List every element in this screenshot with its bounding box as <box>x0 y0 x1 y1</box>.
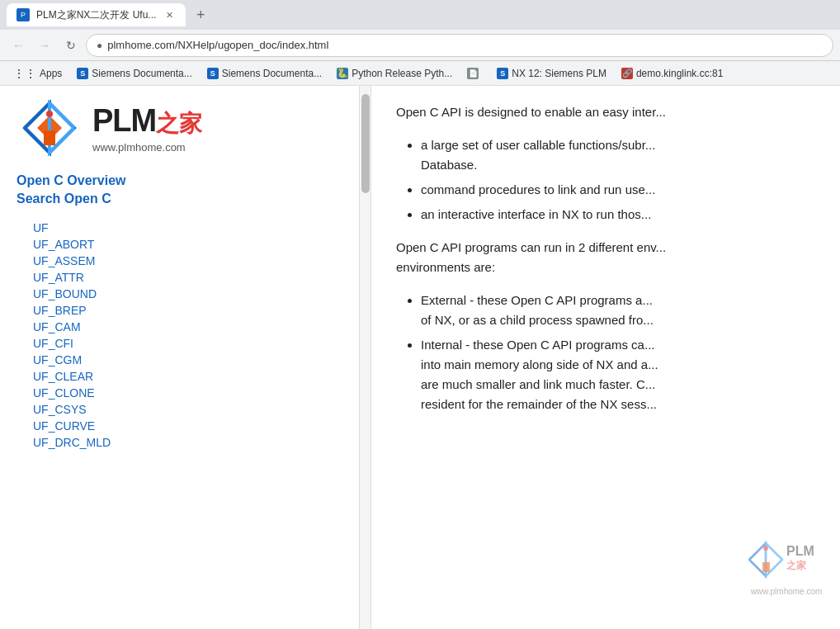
left-scrollbar[interactable] <box>359 86 370 629</box>
scroll-thumb[interactable] <box>361 94 370 193</box>
logo-plm-text: PLM <box>92 103 156 139</box>
right-content: Open C API is designed to enable an easy… <box>396 102 815 414</box>
bookmark-doc-favicon: 📄 <box>467 68 479 79</box>
browser-tab[interactable]: P PLM之家NX二次开发 Ufu... ✕ <box>7 3 186 26</box>
logo-text-area: PLM 之家 www.plmhome.com <box>92 103 202 154</box>
bullet-list-1: a large set of user callable functions/s… <box>421 135 815 225</box>
left-panel: PLM 之家 www.plmhome.com Open C Overview S… <box>0 86 371 629</box>
logo-main-text: PLM 之家 <box>92 103 202 140</box>
bullet-1-1: a large set of user callable functions/s… <box>421 135 815 175</box>
nav-search-open-c[interactable]: Search Open C <box>17 192 343 206</box>
bookmark-siemens-1-label: Siemens Documenta... <box>92 68 191 79</box>
url-input[interactable] <box>107 39 823 51</box>
bookmark-kinglink[interactable]: 🔗 demo.kinglink.cc:81 <box>615 66 729 81</box>
api-item-uf-attr[interactable]: UF_ATTR <box>17 269 343 286</box>
content-area: PLM 之家 www.plmhome.com Open C Overview S… <box>0 86 840 629</box>
logo-url-text: www.plmhome.com <box>92 141 202 154</box>
title-bar: P PLM之家NX二次开发 Ufu... ✕ + <box>0 0 840 30</box>
back-button[interactable]: ← <box>7 34 30 57</box>
api-item-uf-clone[interactable]: UF_CLONE <box>17 385 343 401</box>
logo-area: PLM 之家 www.plmhome.com <box>17 99 343 157</box>
watermark: PLM 之家 www.plmhome.com <box>741 537 832 596</box>
intro-paragraph: Open C API is designed to enable an easy… <box>396 102 815 122</box>
bullet-1-2: command procedures to link and run use..… <box>421 180 815 200</box>
svg-text:PLM: PLM <box>786 544 814 558</box>
svg-text:之家: 之家 <box>786 560 807 571</box>
bookmark-siemens-1-favicon: S <box>77 68 88 79</box>
api-item-uf-csys[interactable]: UF_CSYS <box>17 401 343 418</box>
api-list: UF UF_ABORT UF_ASSEM UF_ATTR UF_BOUND UF… <box>17 220 343 451</box>
bookmark-python-favicon: 🐍 <box>337 68 348 79</box>
api-item-uf-curve[interactable]: UF_CURVE <box>17 418 343 434</box>
api-item-uf-clear[interactable]: UF_CLEAR <box>17 368 343 385</box>
bookmark-siemens-2[interactable]: S Siemens Documenta... <box>201 66 328 81</box>
bookmark-nx12[interactable]: S NX 12: Siemens PLM <box>490 66 613 81</box>
forward-button[interactable]: → <box>33 34 56 57</box>
reload-button[interactable]: ↻ <box>59 34 83 57</box>
bookmark-kinglink-label: demo.kinglink.cc:81 <box>636 68 723 79</box>
bookmark-siemens-1[interactable]: S Siemens Documenta... <box>70 66 198 81</box>
right-panel: Open C API is designed to enable an easy… <box>371 86 840 629</box>
nav-links: Open C Overview Search Open C <box>17 173 343 206</box>
api-item-uf-cfi[interactable]: UF_CFI <box>17 335 343 352</box>
nav-bar: ← → ↻ ● <box>0 30 840 61</box>
bookmark-siemens-2-label: Siemens Documenta... <box>222 68 322 79</box>
bookmarks-bar: ⋮⋮ Apps S Siemens Documenta... S Siemens… <box>0 61 840 86</box>
bullet-1-3: an interactive interface in NX to run th… <box>421 205 815 225</box>
bookmark-python-label: Python Release Pyth... <box>352 68 452 79</box>
security-icon: ● <box>97 40 102 51</box>
bookmark-nx12-favicon: S <box>497 68 508 79</box>
svg-marker-4 <box>749 543 782 576</box>
api-item-uf[interactable]: UF <box>17 220 343 236</box>
api-item-uf-abort[interactable]: UF_ABORT <box>17 236 343 253</box>
api-item-uf-cgm[interactable]: UF_CGM <box>17 352 343 368</box>
svg-point-6 <box>763 546 768 551</box>
nav-open-c-overview[interactable]: Open C Overview <box>17 173 343 188</box>
left-content: PLM 之家 www.plmhome.com Open C Overview S… <box>0 86 360 464</box>
tab-favicon: P <box>17 8 30 21</box>
bookmark-nx12-label: NX 12: Siemens PLM <box>512 68 606 79</box>
tab-title: PLM之家NX二次开发 Ufu... <box>36 8 156 22</box>
api-item-uf-drc-mld[interactable]: UF_DRC_MLD <box>17 434 343 451</box>
bookmark-siemens-2-favicon: S <box>207 68 219 79</box>
watermark-url: www.plmhome.com <box>741 587 832 596</box>
address-bar[interactable]: ● <box>86 34 833 57</box>
logo-zhijia-text: 之家 <box>156 108 202 140</box>
bullet-list-2: External - these Open C API programs a..… <box>421 291 815 414</box>
bookmark-kinglink-favicon: 🔗 <box>621 68 633 79</box>
bookmark-apps-label: Apps <box>40 68 62 79</box>
bookmark-apps[interactable]: ⋮⋮ Apps <box>7 65 68 82</box>
tab-close-button[interactable]: ✕ <box>163 8 176 21</box>
bookmark-doc[interactable]: 📄 <box>460 66 488 81</box>
svg-rect-2 <box>44 130 55 145</box>
api-item-uf-bound[interactable]: UF_BOUND <box>17 286 343 302</box>
new-tab-button[interactable]: + <box>189 3 212 26</box>
svg-rect-5 <box>762 562 770 572</box>
watermark-svg: PLM 之家 <box>741 537 832 583</box>
plm-logo-svg <box>17 99 83 157</box>
bullet-2-1: External - these Open C API programs a..… <box>421 291 815 330</box>
env-paragraph: Open C API programs can run in 2 differe… <box>396 238 815 277</box>
bullet-2-2: Internal - these Open C API programs ca.… <box>421 335 815 414</box>
api-item-uf-brep[interactable]: UF_BREP <box>17 302 343 319</box>
svg-point-3 <box>46 111 53 117</box>
api-item-uf-assem[interactable]: UF_ASSEM <box>17 253 343 269</box>
api-item-uf-cam[interactable]: UF_CAM <box>17 319 343 335</box>
bookmark-python[interactable]: 🐍 Python Release Pyth... <box>330 66 459 81</box>
